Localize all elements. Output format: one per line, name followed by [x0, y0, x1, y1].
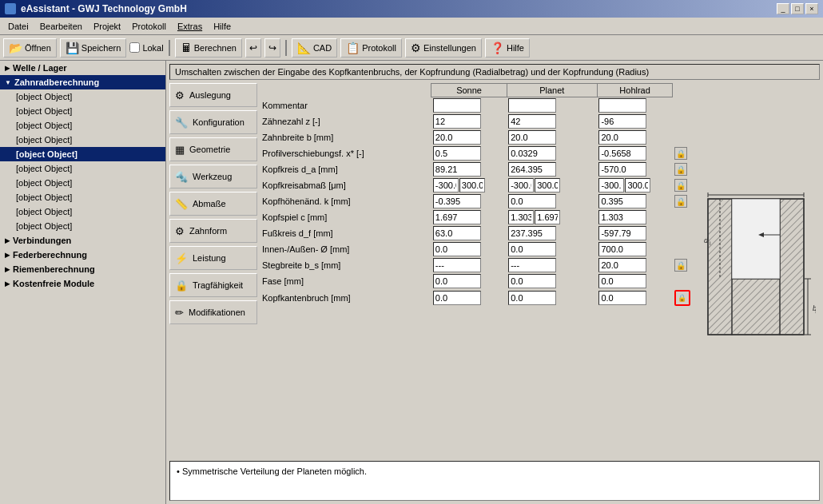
input-zahnezahl-sonne[interactable]	[433, 114, 481, 129]
minimize-button[interactable]: _	[777, 3, 789, 14]
nav-modifikationen[interactable]: ✏ Modifikationen	[169, 300, 257, 324]
input-kopfspiel-planet2[interactable]	[535, 210, 560, 224]
input-zahnezahl-planet[interactable]	[508, 114, 556, 129]
sidebar-item-stirnradpaar[interactable]: [object Object]	[0, 133, 165, 147]
sidebar-group-feder[interactable]: ▶ Federberechnung	[0, 248, 165, 262]
menu-bearbeiten[interactable]: Bearbeiten	[35, 20, 87, 33]
input-fusskreis-planet[interactable]	[508, 226, 556, 240]
label-kopfspiel: Kopfspiel c [mm]	[260, 209, 431, 225]
sidebar-group-verbindungen[interactable]: ▶ Verbindungen	[0, 233, 165, 248]
nav-auslegung[interactable]: ⚙ Auslegung	[169, 83, 257, 107]
input-innen-hohlrad[interactable]	[598, 242, 646, 256]
input-stegbreite-sonne[interactable]	[433, 258, 481, 272]
nav-zahnform[interactable]: ⚙ Zahnform	[169, 219, 257, 243]
local-checkbox-container: Lokal	[129, 42, 163, 53]
sidebar-group-riemen[interactable]: ▶ Riemenberechnung	[0, 262, 165, 276]
input-kopfkanten-hohlrad[interactable]	[598, 291, 646, 305]
input-innen-sonne[interactable]	[433, 242, 481, 256]
sidebar-group-zahnrad[interactable]: ▼ Zahnradberechnung	[0, 75, 165, 89]
sidebar-item-spiral[interactable]: [object Object]	[0, 204, 165, 219]
sidebar-item-einzelrad-innen[interactable]: [object Object]	[0, 104, 165, 118]
input-profil-planet[interactable]	[508, 146, 556, 161]
input-innen-planet[interactable]	[508, 242, 556, 256]
input-kopfkreisabmass-planet2[interactable]	[535, 178, 560, 192]
input-fusskreis-hohlrad[interactable]	[598, 226, 646, 240]
lock-icon-stegbreite[interactable]: 🔒	[674, 259, 687, 272]
calculate-button[interactable]: 🖩 Berechnen	[175, 38, 242, 58]
werkzeug-icon: 🔩	[175, 171, 188, 183]
menu-projekt[interactable]: Projekt	[89, 20, 125, 33]
close-button[interactable]: ×	[805, 3, 818, 14]
input-kopfhoe-planet[interactable]	[508, 194, 556, 208]
input-kopfhoe-sonne[interactable]	[433, 194, 481, 208]
input-kopfkreisabmass-planet1[interactable]	[508, 178, 534, 192]
sidebar-group-welle[interactable]: ▶ Welle / Lager	[0, 61, 165, 75]
input-zahnezahl-hohlrad[interactable]	[598, 114, 646, 129]
label-innen-aussen: Innen-/Außen- Ø [mm]	[260, 241, 431, 257]
input-stegbreite-hohlrad[interactable]	[598, 258, 646, 272]
input-zahnbreite-hohlrad[interactable]	[598, 130, 646, 145]
nav-abmasse[interactable]: 📏 Abmaße	[169, 192, 257, 216]
input-kommentar-sonne[interactable]	[433, 98, 481, 113]
menu-hilfe[interactable]: Hilfe	[209, 20, 236, 33]
nav-leistung[interactable]: ⚡ Leistung	[169, 246, 257, 270]
nav-tragfahigkeit[interactable]: 🔒 Tragfähigkeit	[169, 273, 257, 297]
protocol-button[interactable]: 📋 Protokoll	[340, 38, 402, 58]
input-kopfspiel-hohlrad[interactable]	[598, 210, 646, 224]
sidebar-item-einzelrad-aussen[interactable]: [object Object]	[0, 89, 165, 104]
lock-icon-kopfhoe[interactable]: 🔒	[674, 195, 687, 208]
sidebar-item-planetenstufe[interactable]: [object Object]	[0, 147, 165, 161]
nav-konfiguration[interactable]: 🔧 Konfiguration	[169, 110, 257, 134]
redo-button[interactable]: ↪	[264, 38, 280, 58]
sidebar-item-4raeder[interactable]: [object Object]	[0, 176, 165, 190]
input-kopfspiel-planet1[interactable]	[508, 210, 534, 224]
input-fase-hohlrad[interactable]	[598, 274, 646, 288]
lock-icon-red-kopfkanten[interactable]: 🔒	[674, 290, 690, 306]
maximize-button[interactable]: □	[791, 3, 804, 14]
input-fase-planet[interactable]	[508, 274, 556, 288]
undo-button[interactable]: ↩	[245, 38, 261, 58]
cad-button[interactable]: 📐 CAD	[292, 38, 337, 58]
input-profil-hohlrad[interactable]	[598, 146, 646, 161]
input-kopfkreisabmass-sonne1[interactable]	[433, 178, 459, 192]
input-kopfkreisabmass-sonne2[interactable]	[459, 178, 485, 192]
input-fase-sonne[interactable]	[433, 274, 481, 288]
nav-buttons: ⚙ Auslegung 🔧 Konfiguration ▦ Geometrie …	[169, 83, 257, 458]
settings-button[interactable]: ⚙ Einstellungen	[405, 38, 482, 58]
nav-geometrie[interactable]: ▦ Geometrie	[169, 137, 257, 161]
local-checkbox[interactable]	[129, 42, 140, 53]
help-button[interactable]: ❓ Hilfe	[485, 38, 530, 58]
input-kopfspiel-sonne[interactable]	[433, 210, 481, 224]
input-zahnbreite-sonne[interactable]	[433, 130, 481, 145]
lock-icon-kopfkreis[interactable]: 🔒	[674, 163, 687, 176]
input-kommentar-planet[interactable]	[508, 98, 556, 113]
menu-protokoll[interactable]: Protokoll	[127, 20, 171, 33]
input-kopfkreis-hohlrad[interactable]	[598, 162, 646, 177]
input-profil-sonne[interactable]	[433, 146, 481, 161]
sidebar-item-3raeder[interactable]: [object Object]	[0, 161, 165, 176]
input-kopfkreisabmass-hohlrad1[interactable]	[598, 178, 624, 192]
input-kopfkreisabmass-hohlrad2[interactable]	[625, 178, 650, 192]
open-button[interactable]: 📂 Öffnen	[3, 38, 57, 58]
menu-datei[interactable]: Datei	[3, 20, 34, 33]
input-kopfkreis-planet[interactable]	[508, 162, 556, 177]
input-kopfkanten-planet[interactable]	[508, 291, 556, 305]
input-kopfkreis-sonne[interactable]	[433, 162, 481, 177]
input-fusskreis-sonne[interactable]	[433, 226, 481, 240]
save-button[interactable]: 💾 Speichern	[60, 38, 127, 58]
nav-werkzeug[interactable]: 🔩 Werkzeug	[169, 165, 257, 189]
sidebar-item-schnecken[interactable]: [object Object]	[0, 219, 165, 233]
menu-extras[interactable]: Extras	[173, 20, 207, 33]
input-kopfhoe-hohlrad[interactable]	[598, 194, 646, 208]
input-zahnbreite-planet[interactable]	[508, 130, 556, 145]
sidebar: ▶ Welle / Lager ▼ Zahnradberechnung [obj…	[0, 61, 166, 504]
sidebar-item-zahnstange[interactable]: [object Object]	[0, 118, 165, 133]
lock-icon-kopfkreisabmass[interactable]: 🔒	[674, 179, 687, 192]
sidebar-group-kostenfreie[interactable]: ▶ Kostenfreie Module	[0, 276, 165, 291]
lock-icon-profil[interactable]: 🔒	[674, 147, 687, 160]
sidebar-item-kegelraeder[interactable]: [object Object]	[0, 190, 165, 204]
input-kopfkanten-sonne[interactable]	[433, 291, 481, 305]
input-stegbreite-planet[interactable]	[508, 258, 556, 272]
zahnform-icon: ⚙	[175, 225, 185, 237]
input-kommentar-hohlrad[interactable]	[598, 98, 646, 113]
